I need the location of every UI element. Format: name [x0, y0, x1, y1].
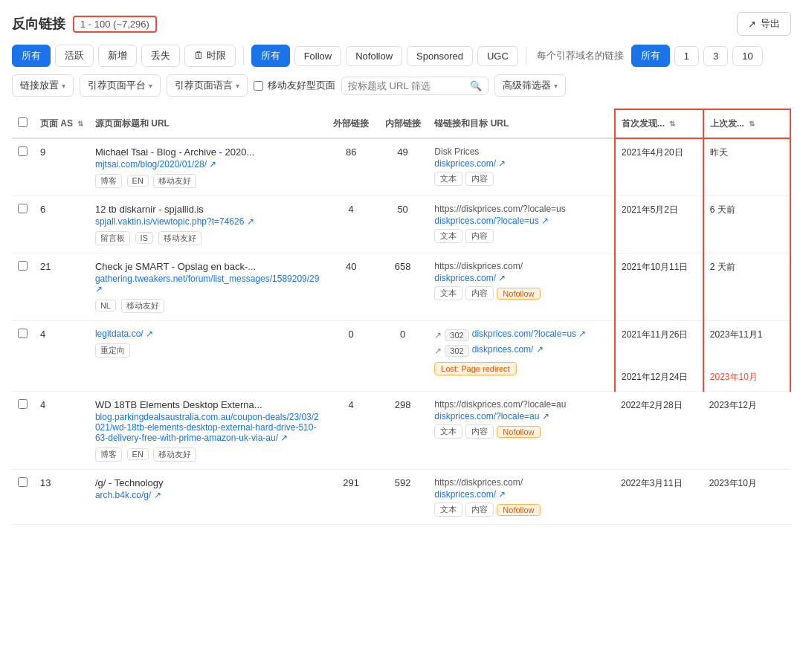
badge-nofollow: Nofollow: [497, 288, 540, 300]
table-row: 4 legitdata.co/ ↗ 重定向 0 0 ↗ 302 diskpric…: [12, 321, 790, 392]
table-row: 4 WD 18TB Elements Desktop Externa... bl…: [12, 392, 790, 470]
tab-sponsored[interactable]: Sponsored: [407, 46, 473, 66]
search-icon: 🔍: [470, 80, 482, 91]
sort-icon-last: ⇅: [749, 120, 755, 128]
tag-en: EN: [127, 448, 149, 460]
export-label: 导出: [761, 17, 780, 30]
first-date: 2021年5月2日: [622, 204, 678, 215]
row-checkbox[interactable]: [18, 329, 28, 338]
tab-3[interactable]: 3: [703, 46, 728, 66]
anchor-link[interactable]: diskprices.com/ ↗: [434, 158, 608, 169]
anchor-url: https://diskprices.com/: [434, 477, 609, 488]
badge-content: 内容: [465, 503, 494, 517]
source-link[interactable]: gathering.tweakers.net/forum/list_messag…: [95, 274, 320, 294]
row-checkbox[interactable]: [18, 399, 28, 409]
int-value: 298: [395, 399, 411, 410]
int-value: 49: [397, 146, 407, 158]
lost-badge: Lost: Page redirect: [434, 362, 516, 375]
tab-all-1[interactable]: 所有: [12, 45, 51, 67]
mobile-friendly-input[interactable]: [254, 81, 263, 91]
tag-nl: NL: [95, 300, 116, 311]
source-link[interactable]: blog.parkingdealsaustralia.com.au/coupon…: [95, 412, 320, 443]
tab-all-3[interactable]: 所有: [631, 45, 670, 67]
tab-1[interactable]: 1: [674, 46, 699, 66]
anchor-link[interactable]: diskprices.com/?locale=au ↗: [434, 411, 609, 421]
int-value: 0: [400, 329, 405, 340]
tab-nofollow[interactable]: Nofollow: [346, 46, 402, 66]
export-button[interactable]: ↗ 导出: [737, 12, 791, 36]
tab-timelimit[interactable]: 🗓 时限: [184, 45, 236, 67]
referral-language-dropdown[interactable]: 引荐页面语言 ▾: [167, 74, 248, 97]
ext-value: 291: [343, 477, 359, 488]
anchor-link[interactable]: diskprices.com/ ↗: [434, 489, 609, 500]
page-title: 反向链接: [12, 15, 65, 33]
referral-platform-dropdown[interactable]: 引荐页面平台 ▾: [80, 74, 161, 97]
anchor-link[interactable]: diskprices.com/ ↗: [434, 273, 608, 283]
source-link[interactable]: spjall.vaktin.is/viewtopic.php?t=74626 ↗: [95, 216, 320, 227]
as-value: 4: [40, 399, 45, 410]
search-input[interactable]: [348, 80, 467, 91]
tab-lost[interactable]: 丢失: [141, 45, 180, 67]
advanced-filter-button[interactable]: 高级筛选器 ▾: [494, 74, 566, 97]
row-checkbox[interactable]: [18, 477, 28, 487]
redirect-link-2[interactable]: diskprices.com/ ↗: [472, 344, 544, 355]
table-row: 9 Michael Tsai - Blog - Archive - 2020..…: [12, 138, 790, 196]
tag-blog: 博客: [95, 174, 122, 188]
row-checkbox[interactable]: [18, 204, 28, 213]
referral-platform-label: 引荐页面平台: [88, 79, 146, 92]
link-placement-label: 链接放置: [20, 79, 59, 92]
anchor-link[interactable]: diskprices.com/?locale=us ↗: [434, 216, 608, 226]
last-date: 2023年10月: [709, 478, 757, 488]
referral-language-label: 引荐页面语言: [175, 79, 233, 92]
tag-mobile: 移动友好: [153, 174, 196, 188]
tab-10[interactable]: 10: [732, 46, 762, 66]
anchor-url: https://diskprices.com/: [434, 261, 608, 271]
chevron-down-icon-3: ▾: [236, 82, 239, 90]
row-checkbox[interactable]: [18, 146, 28, 156]
redirect-row-1: ↗ 302 diskprices.com/?locale=us ↗: [434, 329, 608, 342]
as-value: 21: [40, 261, 51, 272]
tab-new[interactable]: 新增: [98, 45, 137, 67]
filter-row2: 链接放置 ▾ 引荐页面平台 ▾ 引荐页面语言 ▾ 移动友好型页面 🔍 高级筛选器…: [12, 74, 791, 97]
range-badge: 1 - 100 (~7,296): [73, 16, 157, 33]
first-date: 2022年3月11日: [621, 478, 683, 488]
source-link[interactable]: mjtsai.com/blog/2020/01/28/ ↗: [95, 159, 320, 169]
as-value: 6: [40, 204, 45, 215]
tab-active[interactable]: 活跃: [55, 45, 94, 67]
as-value: 9: [40, 146, 45, 158]
last-date: 昨天: [710, 147, 728, 158]
tag-mobile: 移动友好: [153, 448, 196, 462]
per-domain-label: 每个引荐域名的链接: [534, 49, 627, 62]
mobile-friendly-label: 移动友好型页面: [268, 79, 335, 92]
badge-text: 文本: [434, 286, 462, 300]
badge-text: 文本: [434, 229, 462, 243]
source-link[interactable]: legitdata.co/ ↗: [95, 329, 320, 339]
ext-value: 4: [349, 399, 354, 410]
tag-mobile: 移动友好: [121, 299, 164, 313]
tab-follow[interactable]: Follow: [294, 46, 342, 66]
select-all-checkbox[interactable]: [18, 117, 28, 127]
int-value: 592: [395, 477, 411, 488]
first-date: 2021年4月20日: [622, 147, 683, 158]
ext-value: 86: [346, 146, 356, 158]
tag-is: IS: [135, 232, 153, 244]
mobile-friendly-checkbox[interactable]: 移动友好型页面: [254, 79, 335, 92]
last-date: 2 天前: [710, 262, 735, 272]
source-link[interactable]: arch.b4k.co/g/ ↗: [95, 490, 320, 500]
anchor-text: Disk Prices: [434, 146, 608, 157]
redirect-link-1[interactable]: diskprices.com/?locale=us ↗: [472, 329, 587, 339]
int-header: 内部链接: [385, 118, 421, 129]
tab-ugc[interactable]: UGC: [477, 46, 518, 66]
link-placement-dropdown[interactable]: 链接放置 ▾: [12, 74, 74, 97]
badge-text: 文本: [434, 503, 462, 517]
last-date-1: 2023年11月1: [710, 329, 763, 340]
ext-value: 4: [349, 204, 354, 215]
as-value: 13: [40, 477, 51, 488]
source-title: /g/ - Technology: [95, 477, 320, 488]
int-value: 658: [395, 261, 411, 272]
last-date-2: 2023年10月: [710, 372, 758, 382]
tab-all-2[interactable]: 所有: [251, 45, 290, 67]
row-checkbox[interactable]: [18, 261, 28, 271]
redirect-code-2: 302: [445, 345, 468, 357]
sort-icon-first: ⇅: [669, 120, 675, 128]
